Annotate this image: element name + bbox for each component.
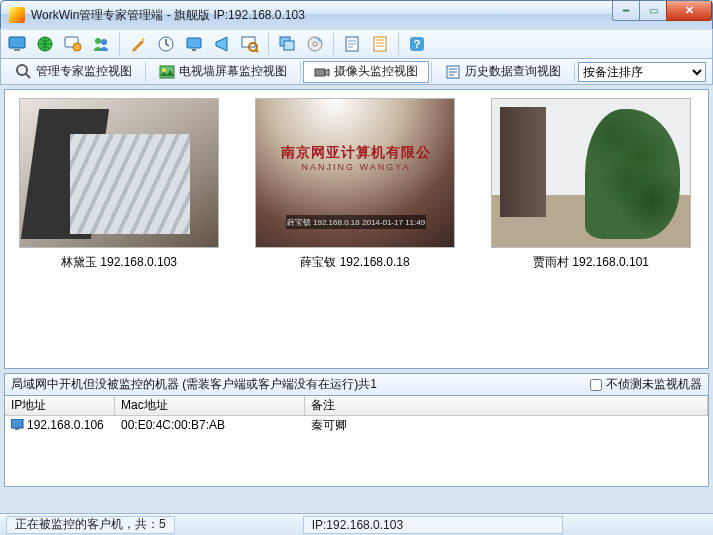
toolbar-btn-9[interactable]: [238, 32, 262, 56]
tab-label: 电视墙屏幕监控视图: [179, 63, 287, 80]
camera-ip: 192.168.0.101: [572, 255, 649, 269]
no-detect-checkbox-label[interactable]: 不侦测未监视机器: [590, 376, 702, 393]
tab-tvwall-view[interactable]: 电视墙屏幕监控视图: [148, 61, 298, 83]
camera-thumbnail[interactable]: [19, 98, 219, 248]
toolbar-separator: [119, 33, 120, 55]
camera-icon: [314, 64, 330, 80]
toolbar-btn-8[interactable]: [210, 32, 234, 56]
unmonitored-panel: 局域网中开机但没被监控的机器 (需装客户端或客户端没有在运行)共1 不侦测未监视…: [4, 373, 709, 487]
toolbar-btn-13[interactable]: [368, 32, 392, 56]
camera-name: 薛宝钗: [300, 255, 336, 269]
sort-dropdown[interactable]: 按备注排序: [578, 62, 706, 82]
camera-name: 贾雨村: [533, 255, 569, 269]
list-icon: [371, 35, 389, 53]
camera-caption: 贾雨村 192.168.0.101: [533, 254, 649, 271]
close-button[interactable]: ✕: [666, 1, 712, 21]
tab-camera-view[interactable]: 摄像头监控视图: [303, 61, 429, 83]
toolbar-btn-12[interactable]: [340, 32, 364, 56]
tab-separator: [431, 62, 432, 82]
sign-cn: 南京网亚计算机有限公: [276, 144, 436, 162]
toolbar-btn-6[interactable]: [154, 32, 178, 56]
toolbar-btn-10[interactable]: [275, 32, 299, 56]
toolbar-btn-7[interactable]: [182, 32, 206, 56]
window-controls: ━ ▭ ✕: [613, 1, 712, 21]
globe-icon: [36, 35, 54, 53]
disc-icon: [306, 35, 324, 53]
svg-point-15: [313, 42, 317, 46]
row-ip: 192.168.0.106: [27, 418, 104, 432]
toolbar-btn-3[interactable]: [61, 32, 85, 56]
toolbar-btn-1[interactable]: [5, 32, 29, 56]
camera-item[interactable]: 林黛玉 192.168.0.103: [19, 98, 219, 271]
toolbar-separator: [333, 33, 334, 55]
minimize-button[interactable]: ━: [612, 1, 640, 21]
svg-rect-1: [14, 49, 20, 51]
svg-point-22: [162, 68, 166, 72]
overlay-bar: 薛宝钗 192.168.0.18 2014-01-17 11:49: [286, 215, 426, 229]
users-icon: [92, 35, 110, 53]
tab-label: 摄像头监控视图: [334, 63, 418, 80]
svg-rect-9: [192, 49, 196, 51]
main-toolbar: ?: [0, 29, 713, 59]
tab-expert-view[interactable]: 管理专家监控视图: [5, 61, 143, 83]
camera-item[interactable]: 贾雨村 192.168.0.101: [491, 98, 691, 271]
camera-caption: 薛宝钗 192.168.0.18: [300, 254, 409, 271]
svg-text:?: ?: [414, 38, 421, 50]
sign-text: 南京网亚计算机有限公 NANJING WANGYA: [276, 144, 436, 204]
cell-ip: 192.168.0.106: [5, 418, 115, 432]
note-icon: [343, 35, 361, 53]
announce-icon: [213, 35, 231, 53]
status-bar: 正在被监控的客户机，共：5 IP:192.168.0.103: [0, 513, 713, 535]
camera-caption: 林黛玉 192.168.0.103: [61, 254, 177, 271]
tab-separator: [145, 62, 146, 82]
svg-rect-0: [9, 37, 25, 48]
pc-icon: [11, 419, 25, 431]
window-titlebar: WorkWin管理专家管理端 - 旗舰版 IP:192.168.0.103 ━ …: [0, 0, 713, 29]
camera-name: 林黛玉: [61, 255, 97, 269]
col-note[interactable]: 备注: [305, 396, 708, 415]
camera-ip: 192.168.0.18: [340, 255, 410, 269]
wand-icon: [129, 35, 147, 53]
svg-rect-21: [160, 66, 174, 78]
monitor-icon: [8, 35, 26, 53]
window-title: WorkWin管理专家管理端 - 旗舰版 IP:192.168.0.103: [31, 7, 305, 24]
svg-rect-26: [15, 428, 19, 430]
toolbar-btn-2[interactable]: [33, 32, 57, 56]
toolbar-btn-11[interactable]: [303, 32, 327, 56]
no-detect-checkbox[interactable]: [590, 379, 602, 391]
tab-history-view[interactable]: 历史数据查询视图: [434, 61, 572, 83]
cell-mac: 00:E0:4C:00:B7:AB: [115, 418, 305, 432]
col-mac[interactable]: Mac地址: [115, 396, 305, 415]
camera-grid: 林黛玉 192.168.0.103 南京网亚计算机有限公 NANJING WAN…: [5, 90, 708, 279]
svg-point-4: [73, 43, 81, 51]
picture-icon: [159, 64, 175, 80]
svg-point-6: [101, 39, 107, 45]
tab-separator: [300, 62, 301, 82]
panel-title-text: 局域网中开机但没被监控的机器 (需装客户端或客户端没有在运行)共1: [11, 376, 377, 393]
svg-rect-23: [315, 69, 325, 76]
cell-note: 秦可卿: [305, 417, 708, 434]
search-screen-icon: [241, 35, 259, 53]
windows-icon: [278, 35, 296, 53]
svg-rect-8: [187, 38, 201, 48]
checkbox-label: 不侦测未监视机器: [606, 376, 702, 393]
svg-rect-13: [284, 41, 294, 50]
camera-thumbnail[interactable]: 南京网亚计算机有限公 NANJING WANGYA 薛宝钗 192.168.0.…: [255, 98, 455, 248]
svg-point-5: [95, 38, 101, 44]
status-clients: 正在被监控的客户机，共：5: [6, 516, 175, 534]
camera-item[interactable]: 南京网亚计算机有限公 NANJING WANGYA 薛宝钗 192.168.0.…: [255, 98, 455, 271]
camera-panel: 林黛玉 192.168.0.103 南京网亚计算机有限公 NANJING WAN…: [4, 89, 709, 369]
svg-rect-17: [374, 37, 386, 51]
toolbar-btn-4[interactable]: [89, 32, 113, 56]
table-row[interactable]: 192.168.0.106 00:E0:4C:00:B7:AB 秦可卿: [5, 416, 708, 434]
app-icon: [9, 7, 25, 23]
table-header: IP地址 Mac地址 备注: [5, 396, 708, 416]
toolbar-btn-5[interactable]: [126, 32, 150, 56]
status-ip: IP:192.168.0.103: [303, 516, 563, 534]
col-ip[interactable]: IP地址: [5, 396, 115, 415]
tab-separator: [574, 62, 575, 82]
camera-thumbnail[interactable]: [491, 98, 691, 248]
sign-en: NANJING WANGYA: [276, 162, 436, 172]
maximize-button[interactable]: ▭: [639, 1, 667, 21]
toolbar-btn-help[interactable]: ?: [405, 32, 429, 56]
